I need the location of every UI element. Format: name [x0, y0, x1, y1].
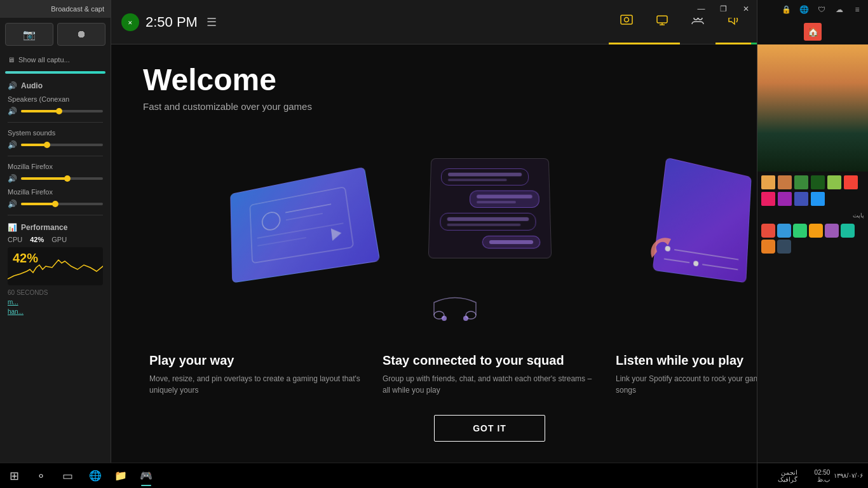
svg-line-17: [257, 237, 306, 245]
swatch-1[interactable]: [761, 175, 775, 189]
taskbar-persian-text: انجمن گرافیک: [763, 469, 797, 483]
broadcast-tab[interactable]: [644, 0, 680, 44]
lock-icon[interactable]: 🔒: [778, 1, 794, 18]
screenshot-tab-icon: [620, 13, 634, 30]
mozilla1-volume-track[interactable]: [21, 177, 103, 180]
svg-text:✕: ✕: [128, 20, 133, 26]
speakers-volume-row: 🔊: [0, 105, 111, 118]
capture-buttons: 📷 ⏺: [0, 18, 111, 51]
record-icon: ⏺: [76, 29, 86, 40]
app-row: [757, 221, 868, 256]
window-controls: — ❐ ✕: [690, 0, 757, 18]
far-right-top: 🏠 پاپت: [757, 19, 868, 463]
mozilla2-volume-track[interactable]: [21, 203, 103, 205]
far-right-panel: 🔒 🌐 🛡 ☁ ≡ 🏠: [757, 0, 868, 488]
app-dot-8[interactable]: [777, 240, 791, 254]
tablet-illustration: [244, 180, 361, 270]
record-button[interactable]: ⏺: [57, 23, 105, 46]
mozilla2-volume-fill: [21, 203, 54, 205]
swatch-3[interactable]: [794, 175, 808, 189]
taskbar-clock: 02:50 ب.ظ: [801, 469, 830, 483]
show-captures-button[interactable]: 🖥 Show all captu...: [0, 51, 111, 69]
divider-2: [8, 156, 103, 156]
app-dot-1[interactable]: [761, 224, 775, 238]
speakers-volume-thumb[interactable]: [56, 108, 62, 114]
app-dot-2[interactable]: [777, 224, 791, 238]
hamburger-icon[interactable]: ≡: [849, 1, 865, 18]
app-dot-7[interactable]: [761, 240, 775, 254]
screenshot-button[interactable]: 📷: [5, 23, 53, 46]
monitor-icon: 🖥: [8, 56, 15, 64]
speaker-icon: 🔊: [8, 81, 17, 90]
swatch-4[interactable]: [811, 175, 825, 189]
shield-icon[interactable]: 🛡: [813, 1, 830, 18]
speakers-label: Speakers (Conexan: [0, 93, 111, 105]
mozilla1-volume-thumb[interactable]: [64, 175, 71, 182]
teal-bar: [5, 71, 105, 74]
app-dot-5[interactable]: [825, 224, 839, 238]
taskbar-browser-icon[interactable]: 🌐: [84, 464, 107, 487]
svg-rect-2: [621, 15, 632, 24]
chat-bubble-3: [440, 213, 536, 231]
system-volume-thumb[interactable]: [44, 142, 50, 148]
mozilla1-volume-row: 🔊: [0, 173, 111, 186]
speaker-small-icon: 🔊: [8, 107, 17, 116]
hero-illustration: [143, 125, 836, 341]
cpu-label: CPU: [8, 236, 22, 243]
swatch-6[interactable]: [844, 175, 858, 189]
chat-bubble-4: [482, 236, 540, 248]
audio-label: Audio: [21, 81, 43, 90]
system-volume-track[interactable]: [21, 144, 103, 146]
cloud-icon[interactable]: ☁: [831, 1, 848, 18]
got-it-button[interactable]: GOT IT: [434, 415, 545, 442]
cpu-chart: 42%: [8, 247, 103, 285]
slider-dot-2: [693, 261, 699, 266]
system-sounds-volume-row: 🔊: [0, 139, 111, 152]
swatch-2[interactable]: [778, 175, 792, 189]
swatch-5[interactable]: [827, 175, 841, 189]
app-dot-3[interactable]: [793, 224, 807, 238]
hamburger-menu-icon[interactable]: ☰: [207, 15, 217, 29]
sidebar-link-1[interactable]: m...: [0, 297, 111, 307]
feature-1-desc: Move, resize, and pin overlays to create…: [149, 373, 363, 396]
xbox-icon: ✕: [121, 13, 139, 31]
camera-icon: 📷: [23, 29, 36, 41]
show-captures-label: Show all captu...: [18, 56, 70, 64]
far-right-header: 🔒 🌐 🛡 ☁ ≡: [757, 0, 868, 19]
swatch-7[interactable]: [761, 192, 775, 206]
xbox-logo-icon: ✕: [125, 17, 135, 27]
maximize-button[interactable]: ❐: [712, 0, 735, 18]
taskbar-explorer-icon[interactable]: 📁: [109, 464, 132, 487]
welcome-title: Welcome: [143, 64, 836, 97]
perf-icon: 📊: [8, 223, 17, 232]
music-decoration: [430, 290, 480, 322]
speakers-volume-track[interactable]: [21, 110, 103, 112]
minimize-button[interactable]: —: [690, 0, 712, 18]
svg-rect-12: [250, 186, 353, 262]
swatch-10[interactable]: [811, 192, 825, 206]
speaker-icon-2: 🔊: [8, 140, 17, 149]
perf-label: Performance: [21, 223, 67, 232]
app-dot-6[interactable]: [841, 224, 855, 238]
start-button[interactable]: ⊞: [4, 466, 24, 486]
home-icon[interactable]: 🏠: [804, 23, 822, 41]
taskbar-xbox-icon[interactable]: 🎮: [135, 464, 158, 487]
feature-2-title: Stay connected to your squad: [383, 353, 597, 368]
swatch-9[interactable]: [794, 192, 808, 206]
features-row: Play your way Move, resize, and pin over…: [143, 353, 836, 396]
slider-line-3: [702, 264, 738, 270]
search-button[interactable]: ⚬: [31, 466, 51, 486]
task-view-button[interactable]: ▭: [57, 466, 78, 486]
sidebar-link-2[interactable]: han...: [0, 307, 111, 316]
app-dot-4[interactable]: [809, 224, 823, 238]
screenshot-tab[interactable]: [609, 0, 644, 44]
swatch-8[interactable]: [778, 192, 792, 206]
close-button[interactable]: ✕: [735, 0, 757, 18]
globe-icon[interactable]: 🌐: [796, 1, 812, 18]
wallpaper-preview: [757, 44, 868, 172]
mozilla2-volume-row: 🔊: [0, 198, 111, 211]
mozilla2-volume-thumb[interactable]: [52, 201, 58, 207]
hero-section: Welcome Fast and customizable over your …: [111, 44, 868, 488]
feature-play-your-way: Play your way Move, resize, and pin over…: [149, 353, 363, 396]
broadcast-tab-icon: [655, 13, 669, 30]
